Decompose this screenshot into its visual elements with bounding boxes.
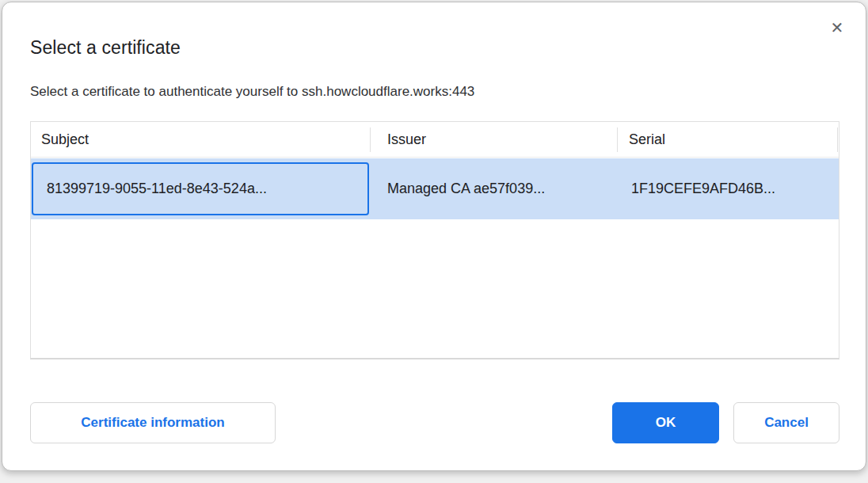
close-icon-glyph: ✕ (831, 20, 844, 36)
cell-subject[interactable]: 81399719-9055-11ed-8e43-524a... (31, 181, 370, 197)
certificate-information-button[interactable]: Certificate information (30, 402, 276, 443)
certificate-table: Subject Issuer Serial 81399719-9055-11ed… (30, 121, 839, 359)
table-header-row: Subject Issuer Serial (31, 122, 839, 158)
column-divider (617, 127, 618, 152)
column-header-serial: Serial (617, 131, 837, 148)
certificate-select-dialog: ✕ Select a certificate Select a certific… (2, 2, 866, 471)
column-divider (837, 127, 838, 152)
certificate-row-selected[interactable]: 81399719-9055-11ed-8e43-524a... Managed … (31, 158, 839, 219)
cell-issuer[interactable]: Managed CA ae57f039... (370, 181, 617, 197)
close-icon[interactable]: ✕ (826, 17, 848, 39)
dialog-title: Select a certificate (30, 37, 181, 59)
column-divider (370, 127, 371, 152)
dialog-subtitle: Select a certificate to authenticate you… (30, 84, 474, 100)
column-header-issuer: Issuer (370, 131, 617, 148)
cell-serial[interactable]: 1F19CEFE9AFD46B... (617, 181, 837, 197)
column-header-subject: Subject (31, 131, 370, 148)
ok-button[interactable]: OK (612, 402, 719, 443)
cancel-button[interactable]: Cancel (733, 402, 839, 443)
